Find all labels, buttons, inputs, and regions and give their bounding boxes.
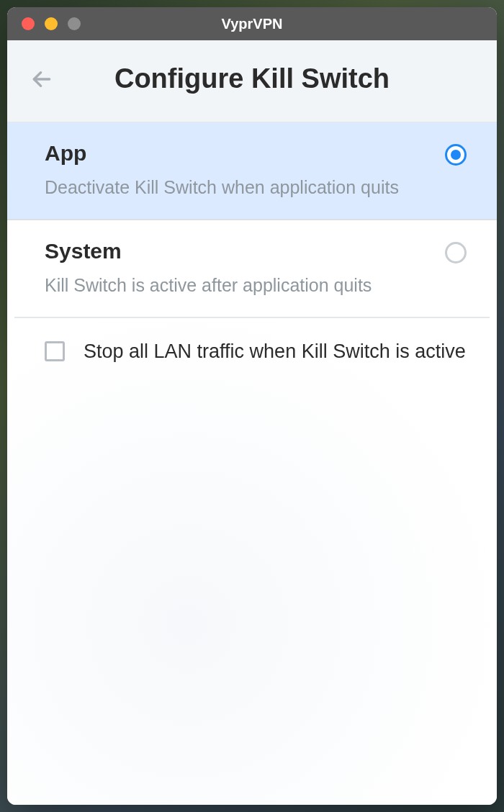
minimize-window-button[interactable] bbox=[45, 17, 58, 30]
window-title: VyprVPN bbox=[222, 16, 283, 32]
radio-system[interactable] bbox=[445, 242, 467, 263]
content-area: App Deactivate Kill Switch when applicat… bbox=[7, 122, 497, 805]
option-system-title: System bbox=[45, 239, 431, 263]
lan-traffic-label: Stop all LAN traffic when Kill Switch is… bbox=[84, 338, 466, 366]
app-window: VyprVPN Configure Kill Switch App Deacti… bbox=[7, 7, 497, 805]
option-app[interactable]: App Deactivate Kill Switch when applicat… bbox=[7, 122, 497, 220]
page-header: Configure Kill Switch bbox=[7, 40, 497, 122]
option-system[interactable]: System Kill Switch is active after appli… bbox=[14, 220, 490, 318]
option-system-text: System Kill Switch is active after appli… bbox=[45, 239, 445, 298]
page-title: Configure Kill Switch bbox=[62, 63, 442, 94]
lan-traffic-row[interactable]: Stop all LAN traffic when Kill Switch is… bbox=[7, 318, 497, 386]
option-system-description: Kill Switch is active after application … bbox=[45, 274, 431, 298]
titlebar[interactable]: VyprVPN bbox=[7, 7, 497, 40]
close-window-button[interactable] bbox=[22, 17, 35, 30]
arrow-left-icon bbox=[30, 68, 53, 91]
option-app-description: Deactivate Kill Switch when application … bbox=[45, 176, 431, 200]
lan-traffic-checkbox[interactable] bbox=[45, 341, 65, 361]
radio-app[interactable] bbox=[445, 144, 467, 166]
traffic-lights bbox=[7, 17, 81, 30]
option-app-text: App Deactivate Kill Switch when applicat… bbox=[45, 141, 445, 200]
option-app-title: App bbox=[45, 141, 431, 166]
back-button[interactable] bbox=[27, 65, 56, 94]
maximize-window-button[interactable] bbox=[68, 17, 81, 30]
